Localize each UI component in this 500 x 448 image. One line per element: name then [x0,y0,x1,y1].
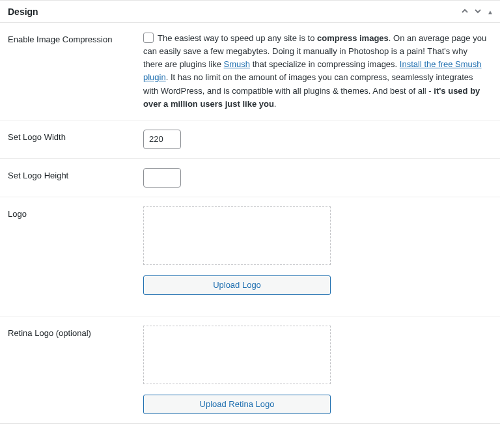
field-enable-image-compression: Enable Image Compression The easiest way… [0,23,500,120]
field-content [143,168,488,188]
design-panel: Design Enable Image Compression The easi… [0,0,500,424]
field-label: Set Logo Width [8,130,143,149]
upload-logo-button[interactable]: Upload Logo [143,275,331,295]
field-set-logo-width: Set Logo Width [0,120,500,159]
field-set-logo-height: Set Logo Height [0,159,500,197]
field-content: Upload Logo [143,206,488,295]
retina-logo-dropzone[interactable] [143,326,331,384]
field-content: The easiest way to speed up any site is … [143,32,488,111]
logo-width-input[interactable] [143,130,181,149]
panel-controls [461,7,493,16]
field-content: Upload Retina Logo [143,326,488,414]
panel-header: Design [0,1,500,23]
panel-title: Design [8,7,38,17]
collapse-icon[interactable] [487,7,493,16]
field-content [143,130,488,149]
smush-link[interactable]: Smush [224,59,250,69]
chevron-down-icon[interactable] [474,7,482,16]
enable-compression-checkbox[interactable] [143,33,154,43]
field-label: Logo [8,206,143,295]
field-label: Retina Logo (optional) [8,326,143,414]
upload-retina-logo-button[interactable]: Upload Retina Logo [143,395,331,414]
logo-height-input[interactable] [143,168,181,188]
chevron-up-icon[interactable] [461,7,469,16]
compression-description: The easiest way to speed up any site is … [143,33,486,109]
field-retina-logo: Retina Logo (optional) Upload Retina Log… [0,316,500,423]
field-label: Enable Image Compression [8,32,143,111]
logo-dropzone[interactable] [143,206,331,265]
field-label: Set Logo Height [8,168,143,188]
field-logo: Logo Upload Logo [0,197,500,316]
